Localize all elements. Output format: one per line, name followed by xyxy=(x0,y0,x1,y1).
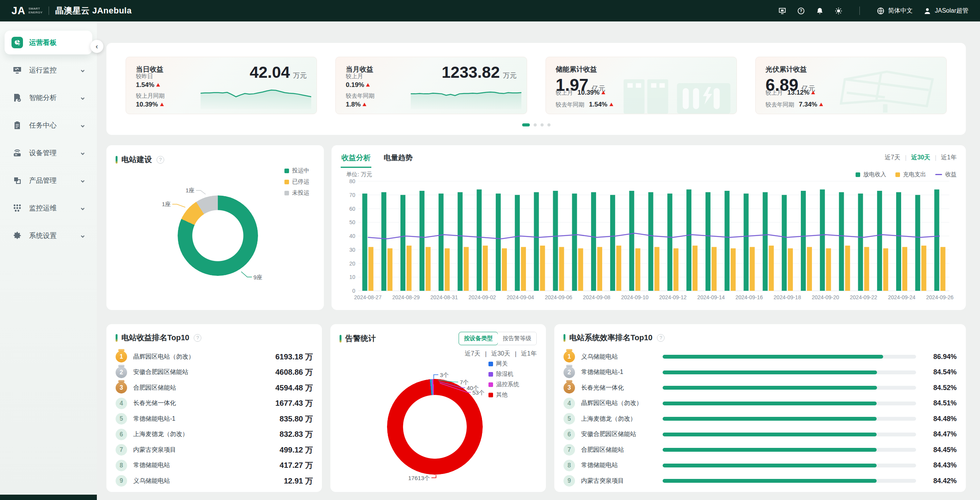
carousel-dot[interactable] xyxy=(534,123,537,126)
user-icon xyxy=(923,7,931,15)
alarm-chart[interactable]: 网关除湿机温控系统其他 3个 7个 40个 53个 17613个 xyxy=(340,358,537,484)
language-switcher[interactable]: 简体中文 xyxy=(877,7,913,15)
help-icon[interactable]: ? xyxy=(797,7,805,15)
efficiency-bar-fill xyxy=(663,464,877,467)
theme-sun-icon[interactable] xyxy=(835,7,843,15)
svg-text:17613个: 17613个 xyxy=(408,475,430,481)
efficiency-list-item[interactable]: 3长春光储一体化84.52% xyxy=(564,380,957,396)
revenue-rank-list: 1晶辉园区电站（勿改）6193.18 万2安徽合肥园区储能站4608.86 万3… xyxy=(116,349,313,489)
carousel-dot[interactable] xyxy=(547,123,550,126)
tab-revenue-analysis[interactable]: 收益分析 xyxy=(341,151,371,168)
svg-text:2024-09-10: 2024-09-10 xyxy=(621,294,648,300)
kpi-card-monthly-revenue[interactable]: 当月收益 1233.82万元 较上月 0.19% 较去年同期 1.8% xyxy=(335,57,527,114)
carousel-dot[interactable] xyxy=(522,123,530,126)
kpi-card-pv-total-revenue[interactable]: 光伏累计收益 6.89亿元 较上月13.12% 较去年同期7.34% xyxy=(755,57,947,114)
efficiency-bar-fill xyxy=(663,479,877,483)
sidebar-collapse-button[interactable]: ‹ xyxy=(90,40,103,53)
kpi-unit: 万元 xyxy=(503,71,517,80)
bell-icon[interactable] xyxy=(816,7,824,15)
legend-item[interactable]: 温控系统 xyxy=(488,381,519,388)
sidebar-item-dashboard[interactable]: 运营看板 xyxy=(5,31,92,54)
chevron-down-icon xyxy=(80,95,85,100)
efficiency-list-item[interactable]: 6安徽合肥园区储能站84.47% xyxy=(564,427,957,443)
rank-list-item[interactable]: 9义乌储能电站12.91 万 xyxy=(116,473,313,489)
sidebar-item-product[interactable]: 产品管理 xyxy=(5,169,92,192)
revenue-value: 499.12 万 xyxy=(279,445,313,455)
svg-text:2024-09-16: 2024-09-16 xyxy=(735,294,763,300)
legend-item[interactable]: 收益 xyxy=(935,171,957,178)
metric-label: 较上月同期 xyxy=(136,92,165,100)
sidebar-item-device[interactable]: 设备管理 xyxy=(5,141,92,165)
sidebar-item-ops[interactable]: 监控运维 xyxy=(5,196,92,220)
divider xyxy=(49,7,49,15)
sidebar-item-analysis[interactable]: 智能分析 xyxy=(5,86,92,110)
rank-list-item[interactable]: 7内蒙古突泉项目499.12 万 xyxy=(116,442,313,458)
station-build-chart[interactable]: 投运中已停运未投运 1座 1座 9座 xyxy=(116,169,315,303)
legend-item[interactable]: 充电支出 xyxy=(895,171,926,178)
kpi-card-daily-revenue[interactable]: 当日收益 42.04万元 较昨日 1.54% 较上月同期 10.39% xyxy=(126,57,317,114)
efficiency-list-item[interactable]: 2常德储能电站-184.54% xyxy=(564,365,957,380)
metric-value: 7.34% xyxy=(799,101,823,108)
screen-cast-icon[interactable] xyxy=(778,7,786,15)
time-filter-2[interactable]: 近30天 xyxy=(491,350,510,358)
help-icon[interactable]: ? xyxy=(194,334,201,342)
legend-item[interactable]: 除湿机 xyxy=(488,370,519,378)
main-content: 当日收益 42.04万元 较昨日 1.54% 较上月同期 10.39% 当月收益… xyxy=(106,21,966,492)
station-name: 常德储能电站-1 xyxy=(133,415,175,423)
arrow-up-icon xyxy=(811,91,815,94)
legend-item[interactable]: 放电收入 xyxy=(856,171,886,178)
time-filter-1[interactable]: 近7天 xyxy=(465,350,480,358)
arrow-up-icon xyxy=(160,103,164,106)
metric-value: 10.39% xyxy=(578,89,606,97)
legend-item[interactable]: 未投运 xyxy=(284,189,309,197)
help-icon[interactable]: ? xyxy=(157,156,164,164)
efficiency-list-item[interactable]: 7合肥园区储能站84.45% xyxy=(564,442,957,458)
time-filter-1[interactable]: 近7天 xyxy=(885,154,900,162)
rank-list-item[interactable]: 3合肥园区储能站4594.48 万 xyxy=(116,380,313,396)
rank-list-item[interactable]: 1晶辉园区电站（勿改）6193.18 万 xyxy=(116,349,313,365)
efficiency-bar-track xyxy=(663,433,916,436)
revenue-bar-chart[interactable]: 010203040506070802024-08-272024-08-29202… xyxy=(341,178,957,302)
rank-list-item[interactable]: 5常德储能电站-1835.80 万 xyxy=(116,411,313,427)
legend-item[interactable]: 其他 xyxy=(488,391,519,398)
rank-list-item[interactable]: 4长春光储一体化1677.43 万 xyxy=(116,396,313,411)
time-filter-3[interactable]: 近1年 xyxy=(521,350,537,358)
kpi-value: 1233.82 xyxy=(442,63,500,82)
analysis-icon xyxy=(11,92,23,103)
svg-text:?: ? xyxy=(800,8,802,13)
efficiency-list-item[interactable]: 5上海麦德龙（勿改）84.48% xyxy=(564,411,957,427)
toggle-by-device-type[interactable]: 按设备类型 xyxy=(459,332,498,345)
svg-text:0: 0 xyxy=(352,288,355,294)
efficiency-bar-fill xyxy=(663,448,877,452)
rank-list-item[interactable]: 2安徽合肥园区储能站4608.86 万 xyxy=(116,365,313,380)
rank-list-item[interactable]: 8常德储能电站417.27 万 xyxy=(116,458,313,474)
efficiency-list-item[interactable]: 4晶辉园区电站（勿改）84.51% xyxy=(564,396,957,411)
tab-energy-trend[interactable]: 电量趋势 xyxy=(383,151,413,168)
rank-list-item[interactable]: 6上海麦德龙（勿改）832.83 万 xyxy=(116,427,313,443)
toggle-by-alarm-level[interactable]: 按告警等级 xyxy=(498,332,536,345)
station-build-donut[interactable] xyxy=(178,195,258,276)
efficiency-list-item[interactable]: 9内蒙古突泉项目84.42% xyxy=(564,473,957,489)
time-filter-2[interactable]: 近30天 xyxy=(911,154,930,162)
legend-item[interactable]: 投运中 xyxy=(284,167,309,174)
alarm-donut[interactable] xyxy=(387,379,483,475)
medal-2-icon: 2 xyxy=(564,367,575,378)
efficiency-list-item[interactable]: 1义乌储能电站86.94% xyxy=(564,349,957,365)
kpi-card-storage-total-revenue[interactable]: 储能累计收益 1.97亿元 较上月10.39% 较去年同期1.54% xyxy=(546,57,737,114)
legend-item[interactable]: 网关 xyxy=(488,360,519,367)
station-name: 晶辉园区电站（勿改） xyxy=(581,399,652,407)
legend-item[interactable]: 已停运 xyxy=(284,178,309,185)
efficiency-list-item[interactable]: 8常德储能电站84.43% xyxy=(564,458,957,474)
sidebar-item-settings[interactable]: 系统设置 xyxy=(5,224,92,248)
title-marker xyxy=(564,334,565,342)
sidebar-item-monitor[interactable]: 运行监控 xyxy=(5,58,92,82)
station-name: 晶辉园区电站（勿改） xyxy=(133,353,194,361)
carousel-dot[interactable] xyxy=(541,123,544,126)
user-menu[interactable]: JASolar超管 xyxy=(923,7,969,15)
time-filter-3[interactable]: 近1年 xyxy=(941,154,957,162)
medal-3-icon: 3 xyxy=(116,382,127,393)
alarm-stats-panel: 告警统计 按设备类型 按告警等级 近7天|近30天|近1年 网关除湿机温控系统其… xyxy=(330,324,546,492)
sidebar-item-task[interactable]: 任务中心 xyxy=(5,113,92,137)
help-icon[interactable]: ? xyxy=(657,334,665,342)
station-name: 内蒙古突泉项目 xyxy=(133,446,176,454)
